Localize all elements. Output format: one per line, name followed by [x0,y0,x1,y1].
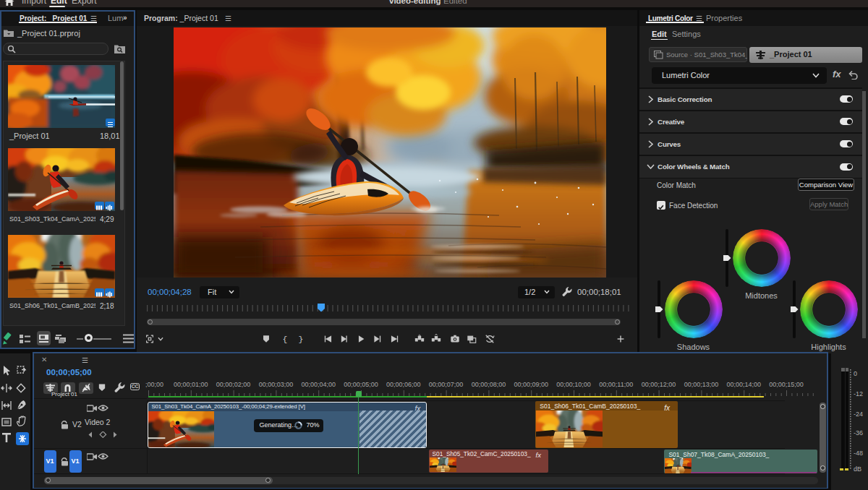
svg-text:{: { [282,335,287,344]
svg-text:00;00;07;00: 00;00;07;00 [429,381,464,388]
svg-text:00;00;09;00: 00;00;09;00 [514,381,548,388]
svg-text:}: } [298,335,303,344]
svg-text:00;00;10;00: 00;00;10;00 [556,381,591,388]
svg-text:00;00;06;00: 00;00;06;00 [386,381,421,388]
svg-text:00;00;13;00: 00;00;13;00 [684,381,719,388]
svg-text:00;00;14;00: 00;00;14;00 [726,381,761,388]
svg-text:00;00;05;00: 00;00;05;00 [344,381,378,388]
svg-text:00;00;15;00: 00;00;15;00 [769,381,804,388]
svg-text:00;00;08;00: 00;00;08;00 [472,381,506,388]
svg-text:00;00;03;00: 00;00;03;00 [259,381,294,388]
svg-text:00;00;01;00: 00;00;01;00 [174,381,208,388]
svg-text:00;00;12;00: 00;00;12;00 [642,381,676,388]
svg-text:00;00;11;00: 00;00;11;00 [599,381,633,388]
svg-text:00;00;04;00: 00;00;04;00 [301,381,336,388]
svg-text:00;00;02;00: 00;00;02;00 [216,381,251,388]
svg-text:;00;00: ;00;00 [145,381,163,388]
